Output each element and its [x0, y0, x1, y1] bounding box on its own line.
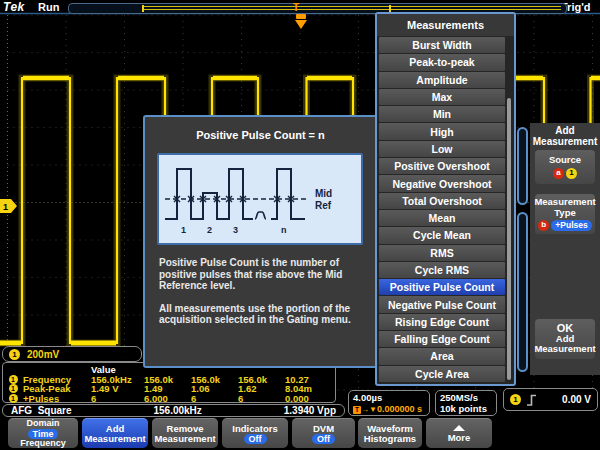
- menu-item-cycle-rms[interactable]: Cycle RMS: [379, 262, 505, 278]
- more-label: More: [448, 433, 471, 443]
- trigger-time-value: 0.000000 s: [377, 404, 422, 414]
- menu-item-rms[interactable]: RMS: [379, 245, 505, 261]
- table-row: 1 +Pulses 6 6.000 6 6 0.000: [3, 393, 335, 403]
- source-label: Source: [549, 155, 581, 166]
- window-bracket-left: [142, 5, 144, 12]
- panel-bracket: [517, 212, 528, 372]
- dvm-value-pill: Off: [312, 434, 335, 444]
- afg-label: AFG: [11, 405, 32, 416]
- panel-title: Add Measurement: [530, 126, 600, 147]
- channel1-badge: 1: [9, 375, 18, 384]
- softkey-dvm[interactable]: DVM Off: [292, 418, 355, 448]
- trigger-level: 0.00 V: [562, 394, 591, 405]
- afg-amplitude: 1.3940 Vpp: [284, 405, 336, 416]
- softkey-waveform-histograms[interactable]: Waveform Histograms: [358, 418, 422, 448]
- mid-ref-label: Ref: [315, 200, 332, 211]
- timebase-value: 4.00µs: [353, 392, 425, 403]
- trigger-readout: 1 0.00 V: [503, 388, 598, 411]
- svg-text:1: 1: [3, 202, 8, 212]
- add-measurement-panel: Add Measurement Source a 1 Measurement T…: [517, 123, 600, 375]
- ok-add-measurement-button[interactable]: OK Add Measurement: [535, 319, 595, 359]
- waveform-histograms-label: Waveform Histograms: [358, 424, 422, 444]
- channel1-badge: 1: [9, 349, 20, 360]
- type-label: Type: [554, 208, 575, 219]
- measurement-info-dialog: Positive Pulse Count = n 1 2: [143, 115, 378, 368]
- menu-item-cycle-area[interactable]: Cycle Area: [379, 366, 505, 382]
- measurement-table: Value 1 Frequency 156.0kHz 156.0k 156.0k…: [2, 362, 336, 403]
- record-length: 10k points: [440, 403, 492, 414]
- channel1-badge: 1: [566, 168, 577, 179]
- mid-ref-label: Mid: [315, 188, 332, 199]
- domain-alt-label: Frequency: [20, 439, 66, 449]
- menu-item-negative-overshoot[interactable]: Negative Overshoot: [379, 175, 505, 191]
- channel-marker-icon: 1: [0, 199, 17, 213]
- menu-item-total-overshoot[interactable]: Total Overshoot: [379, 193, 505, 209]
- measurement-stat: 6.000: [144, 393, 191, 404]
- dialog-paragraph: All measurements use the portion of the …: [159, 303, 366, 326]
- menu-item-max[interactable]: Max: [379, 89, 505, 105]
- acquisition-status: Run: [38, 1, 59, 13]
- remove-measurement-label: Remove Measurement: [152, 424, 218, 444]
- pulse-label-n: n: [281, 225, 287, 235]
- afg-waveshape: Square: [38, 405, 72, 416]
- measurement-type-button[interactable]: Measurement Type b +Pulses: [535, 194, 595, 234]
- menu-scrollbar[interactable]: [507, 98, 511, 380]
- channel1-scale: 200mV: [27, 349, 59, 360]
- menu-item-rising-edge-count[interactable]: Rising Edge Count: [379, 314, 505, 330]
- measurement-stat: 6: [191, 393, 238, 404]
- channel1-badge: 1: [9, 394, 18, 403]
- menu-item-peak-to-peak[interactable]: Peak-to-peak: [379, 54, 505, 70]
- menu-item-positive-overshoot[interactable]: Positive Overshoot: [379, 158, 505, 174]
- menu-item-burst-width[interactable]: Burst Width: [379, 37, 505, 53]
- tek-logo: Tek: [3, 0, 25, 14]
- menu-item-amplitude[interactable]: Amplitude: [379, 72, 505, 88]
- record-waveform-line: [144, 6, 561, 7]
- menu-item-min[interactable]: Min: [379, 106, 505, 122]
- rising-edge-icon: [526, 394, 537, 406]
- window-bracket-right: [389, 5, 391, 12]
- menu-item-negative-pulse-count[interactable]: Negative Pulse Count: [379, 296, 505, 312]
- measurement-value: 6: [91, 393, 144, 404]
- channel1-badge: 1: [9, 384, 18, 393]
- pulse-label-1: 1: [181, 225, 186, 235]
- type-label: Measurement: [534, 197, 595, 208]
- measurements-menu-list: Burst Width Peak-to-peak Amplitude Max M…: [379, 37, 505, 382]
- softkey-more[interactable]: More: [426, 418, 492, 448]
- dialog-paragraph: Positive Pulse Count is the number of po…: [159, 257, 366, 292]
- menu-item-high[interactable]: High: [379, 123, 505, 139]
- sample-rate: 250MS/s: [440, 392, 492, 403]
- channel-scale-badge: 1 200mV: [2, 346, 142, 362]
- measurement-stat: 6: [238, 393, 285, 404]
- pulse-count-diagram: 1 2 3 n Mid Ref: [157, 153, 363, 245]
- table-row: 1 Frequency 156.0kHz 156.0k 156.0k 156.0…: [3, 374, 335, 384]
- record-waveform-line: [144, 9, 561, 10]
- menu-item-low[interactable]: Low: [379, 141, 505, 157]
- panel-bracket: [517, 127, 528, 205]
- pulse-label-3: 3: [233, 225, 238, 235]
- knob-a-badge: a: [553, 168, 564, 179]
- oscilloscope-screen: 1 Tek Run Trig'd T 1 200mV Value 1: [0, 0, 600, 450]
- source-button[interactable]: Source a 1: [535, 150, 595, 184]
- measurements-menu: Measurements Burst Width Peak-to-peak Am…: [375, 12, 516, 386]
- menu-item-area[interactable]: Area: [379, 348, 505, 364]
- pulse-label-2: 2: [207, 225, 212, 235]
- acquisition-readout: 250MS/s 10k points: [435, 390, 497, 416]
- type-value-pill: +Pulses: [551, 220, 591, 231]
- trigger-source-badge: 1: [510, 394, 521, 405]
- trigger-t-icon: T: [293, 2, 299, 13]
- horizontal-readout: 4.00µs T→▼0.000000 s: [348, 390, 430, 416]
- softkey-remove-measurement[interactable]: Remove Measurement: [152, 418, 218, 448]
- softkey-domain[interactable]: Domain Time Frequency: [8, 418, 78, 448]
- measurement-stat: 0.000: [285, 393, 335, 404]
- add-measurement-label: Add Measurement: [82, 424, 148, 444]
- menu-item-cycle-mean[interactable]: Cycle Mean: [379, 227, 505, 243]
- menu-item-mean[interactable]: Mean: [379, 210, 505, 226]
- dialog-body: Positive Pulse Count is the number of po…: [159, 257, 366, 337]
- softkey-add-measurement[interactable]: Add Measurement: [82, 418, 148, 448]
- more-up-arrow-icon: [453, 425, 465, 431]
- softkey-indicators[interactable]: Indicators Off: [222, 418, 288, 448]
- knob-b-badge: b: [538, 220, 549, 231]
- menu-item-falling-edge-count[interactable]: Falling Edge Count: [379, 331, 505, 347]
- afg-status-bar: AFG Square 156.00kHz 1.3940 Vpp: [2, 404, 345, 417]
- menu-item-positive-pulse-count[interactable]: Positive Pulse Count: [379, 279, 505, 295]
